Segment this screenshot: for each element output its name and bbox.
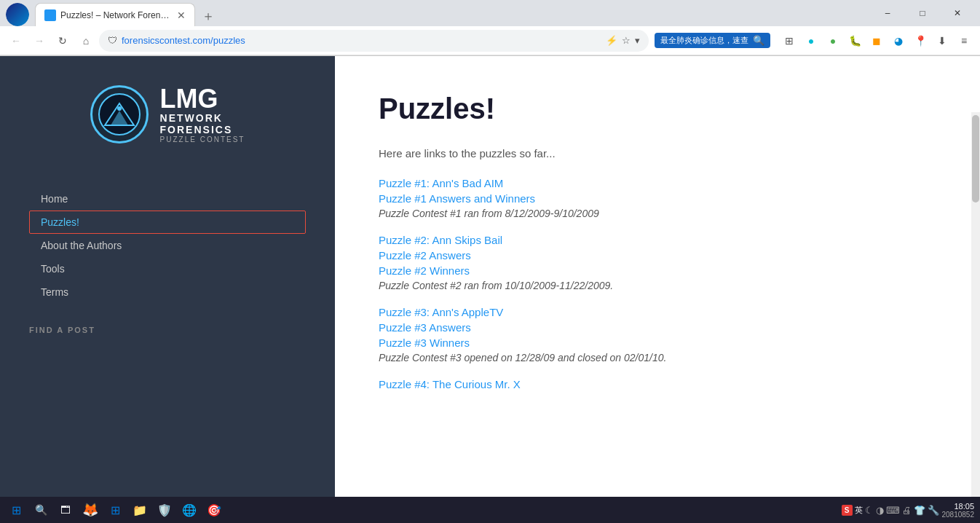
taskbar-start: ⊞ 🔍 🗔 🦊 ⊞ 📁 🛡️ 🌐 🎯 (0, 500, 230, 520)
tray-icon-2: ◑ (876, 505, 884, 516)
taskbar-time: 18:05 20810852 (942, 502, 975, 519)
start-icon[interactable]: ⊞ (6, 500, 26, 520)
toolbar-icons: ⊞ ● ● 🐛 ◼ ◕ 📍 ⬇ ≡ (779, 31, 974, 51)
logo-network-text: NETWORK (160, 112, 245, 124)
en-icon[interactable]: 英 (855, 505, 863, 516)
cn-news-text: 最全肺炎确诊信息，速查 (660, 35, 748, 46)
close-button[interactable]: ✕ (941, 0, 974, 26)
tray-icon-1: ☾ (865, 505, 874, 516)
minimize-button[interactable]: – (871, 0, 904, 26)
grid-icon[interactable]: ⊞ (779, 31, 799, 51)
puzzle-2-section: Puzzle #2: Ann Skips Bail Puzzle #2 Answ… (379, 234, 936, 291)
bookmark-icon[interactable]: ☆ (622, 35, 631, 46)
extension-icon[interactable]: ● (801, 31, 821, 51)
box-icon[interactable]: ◼ (866, 31, 887, 51)
puzzle-1-date: Puzzle Contest #1 ran from 8/12/2009-9/1… (379, 208, 936, 219)
address-bar-container[interactable]: 🛡 ⚡ ☆ ▾ (99, 30, 649, 52)
sidebar: LMG NETWORK FORENSICS PUZZLE CONTEST Hom… (0, 56, 335, 523)
find-post-label: FIND A POST (29, 326, 306, 334)
puzzle-2-date: Puzzle Contest #2 ran from 10/10/2009-11… (379, 280, 936, 291)
clock: 18:05 (942, 502, 975, 511)
puzzle-2-answers-link[interactable]: Puzzle #2 Answers (379, 249, 936, 262)
tray-icon-4: 👕 (914, 505, 925, 516)
scrollbar-track[interactable] (971, 112, 980, 523)
nav-about[interactable]: About the Authors (29, 234, 306, 257)
logo-puzzle-text: PUZZLE CONTEST (160, 135, 245, 143)
download-icon[interactable]: ⬇ (932, 31, 952, 51)
tray-icon-5: 🔧 (928, 505, 939, 516)
nav-menu: Home Puzzles! About the Authors Tools Te… (0, 187, 335, 304)
new-tab-button[interactable]: ＋ (198, 6, 218, 26)
browser-taskbar-icon[interactable]: 🌐 (179, 500, 199, 520)
edge-icon[interactable]: ◕ (888, 31, 909, 51)
intro-text: Here are links to the puzzles so far... (379, 147, 936, 160)
address-bar[interactable] (122, 35, 601, 46)
puzzle-3-date: Puzzle Contest #3 opened on 12/28/09 and… (379, 352, 936, 363)
shield-taskbar-icon[interactable]: 🛡️ (154, 500, 175, 520)
back-button[interactable]: ← (6, 31, 26, 51)
lightning-icon: ⚡ (606, 35, 617, 46)
forward-button[interactable]: → (29, 31, 50, 51)
tab-favicon (44, 9, 56, 21)
taskbar: ⊞ 🔍 🗔 🦊 ⊞ 📁 🛡️ 🌐 🎯 S 英 ☾ (0, 497, 980, 523)
puzzle-4-section: Puzzle #4: The Curious Mr. X (379, 378, 936, 390)
logo-area: LMG NETWORK FORENSICS PUZZLE CONTEST (61, 85, 274, 143)
browser-chrome: Puzzles! – Network Forensic… ✕ ＋ – □ ✕ ←… (0, 0, 980, 56)
main-content: Puzzles! Here are links to the puzzles s… (335, 56, 980, 523)
logo-forensics-text: FORENSICS (160, 124, 245, 135)
wechat-icon[interactable]: ● (823, 31, 843, 51)
refresh-button[interactable]: ↻ (52, 31, 73, 51)
logo-lmg-text: LMG (160, 86, 245, 112)
taskbar-right: S 英 ☾ ◑ ⌨ 🖨 👕 🔧 18:05 20810852 (836, 502, 980, 519)
scrollbar-thumb[interactable] (972, 115, 979, 202)
nav-bar: ← → ↻ ⌂ 🛡 ⚡ ☆ ▾ 最全肺炎确诊信息，速查 🔍 ⊞ ● ● 🐛 ◼ … (0, 26, 980, 55)
tab-close-button[interactable]: ✕ (177, 9, 186, 21)
puzzle-3-winners-link[interactable]: Puzzle #3 Winners (379, 337, 936, 349)
puzzle-3-answers-link[interactable]: Puzzle #3 Answers (379, 321, 936, 334)
search-icon[interactable]: 🔍 (753, 35, 764, 46)
active-tab[interactable]: Puzzles! – Network Forensic… ✕ (35, 3, 195, 26)
tab-area: Puzzles! – Network Forensic… ✕ ＋ (6, 0, 218, 26)
window-controls: – □ ✕ (871, 0, 974, 26)
search-taskbar-icon[interactable]: 🔍 (31, 500, 51, 520)
windows-taskbar-icon[interactable]: ⊞ (105, 500, 125, 520)
find-post-section: FIND A POST (0, 326, 335, 340)
nav-home[interactable]: Home (29, 187, 306, 211)
lock-icon: 🛡 (108, 35, 117, 46)
puzzle-1-section: Puzzle #1: Ann's Bad AIM Puzzle #1 Answe… (379, 177, 936, 219)
puzzle-4-link[interactable]: Puzzle #4: The Curious Mr. X (379, 378, 936, 390)
nav-puzzles[interactable]: Puzzles! (29, 211, 306, 234)
location-icon[interactable]: 📍 (910, 31, 930, 51)
bug-icon[interactable]: 🐛 (845, 31, 865, 51)
firefox-taskbar-icon[interactable]: 🦊 (80, 500, 100, 520)
tab-title: Puzzles! – Network Forensic… (60, 10, 173, 20)
svg-point-3 (117, 106, 122, 111)
taskview-icon[interactable]: 🗔 (55, 500, 76, 520)
nav-tools[interactable]: Tools (29, 257, 306, 280)
tray-icon-3: 🖨 (902, 505, 912, 516)
app-taskbar-icon[interactable]: 🎯 (204, 500, 224, 520)
puzzle-1-answers-link[interactable]: Puzzle #1 Answers and Winners (379, 192, 936, 205)
puzzle-3-link[interactable]: Puzzle #3: Ann's AppleTV (379, 306, 936, 318)
menu-icon[interactable]: ≡ (954, 31, 974, 51)
puzzle-2-link[interactable]: Puzzle #2: Ann Skips Bail (379, 234, 936, 246)
puzzle-3-section: Puzzle #3: Ann's AppleTV Puzzle #3 Answe… (379, 306, 936, 363)
maximize-button[interactable]: □ (906, 0, 939, 26)
logo-text: LMG NETWORK FORENSICS PUZZLE CONTEST (160, 86, 245, 143)
title-bar: Puzzles! – Network Forensic… ✕ ＋ – □ ✕ (0, 0, 980, 26)
page-container: LMG NETWORK FORENSICS PUZZLE CONTEST Hom… (0, 56, 980, 523)
sohu-icon[interactable]: S (842, 505, 853, 516)
puzzle-2-winners-link[interactable]: Puzzle #2 Winners (379, 264, 936, 277)
home-button[interactable]: ⌂ (76, 31, 96, 51)
puzzle-1-link[interactable]: Puzzle #1: Ann's Bad AIM (379, 177, 936, 189)
folder-taskbar-icon[interactable]: 📁 (130, 500, 150, 520)
sys-tray: S 英 ☾ ◑ ⌨ 🖨 👕 🔧 (842, 505, 939, 516)
chevron-down-icon[interactable]: ▾ (635, 35, 640, 46)
keyboard-icon: ⌨ (886, 505, 900, 516)
nav-terms[interactable]: Terms (29, 280, 306, 304)
site-logo (90, 85, 149, 143)
page-title: Puzzles! (379, 93, 936, 125)
taskbar-date: 20810852 (942, 511, 975, 519)
cn-news-banner[interactable]: 最全肺炎确诊信息，速查 🔍 (655, 33, 770, 48)
